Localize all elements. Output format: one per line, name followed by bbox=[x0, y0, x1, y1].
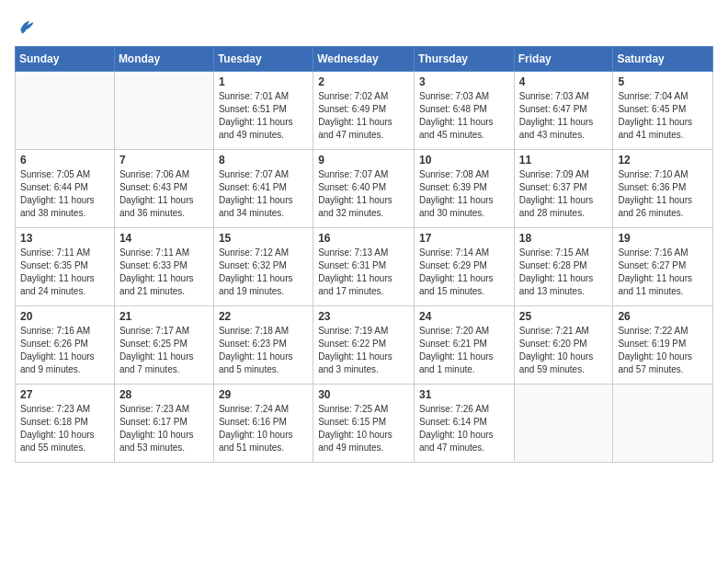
day-info: Sunrise: 7:11 AMSunset: 6:35 PMDaylight:… bbox=[20, 247, 109, 298]
week-row-1: 1Sunrise: 7:01 AMSunset: 6:51 PMDaylight… bbox=[16, 72, 713, 150]
day-number: 25 bbox=[519, 310, 609, 323]
day-info: Sunrise: 7:01 AMSunset: 6:51 PMDaylight:… bbox=[219, 90, 308, 142]
day-number: 20 bbox=[20, 310, 109, 323]
calendar-cell: 24Sunrise: 7:20 AMSunset: 6:21 PMDayligh… bbox=[414, 306, 514, 385]
week-row-5: 27Sunrise: 7:23 AMSunset: 6:18 PMDayligh… bbox=[16, 385, 713, 463]
day-info: Sunrise: 7:11 AMSunset: 6:33 PMDaylight:… bbox=[119, 247, 209, 298]
weekday-header-sunday: Sunday bbox=[16, 47, 115, 72]
day-info: Sunrise: 7:03 AMSunset: 6:48 PMDaylight:… bbox=[419, 90, 509, 142]
day-number: 31 bbox=[419, 388, 509, 401]
weekday-header-saturday: Saturday bbox=[613, 47, 713, 72]
calendar-cell: 29Sunrise: 7:24 AMSunset: 6:16 PMDayligh… bbox=[213, 385, 313, 463]
day-number: 21 bbox=[119, 310, 209, 323]
calendar-cell: 5Sunrise: 7:04 AMSunset: 6:45 PMDaylight… bbox=[613, 72, 713, 150]
calendar-cell: 12Sunrise: 7:10 AMSunset: 6:36 PMDayligh… bbox=[613, 150, 713, 228]
week-row-2: 6Sunrise: 7:05 AMSunset: 6:44 PMDaylight… bbox=[16, 150, 713, 228]
logo bbox=[15, 15, 40, 37]
day-info: Sunrise: 7:18 AMSunset: 6:23 PMDaylight:… bbox=[219, 325, 308, 376]
day-info: Sunrise: 7:16 AMSunset: 6:27 PMDaylight:… bbox=[618, 247, 708, 298]
day-info: Sunrise: 7:08 AMSunset: 6:39 PMDaylight:… bbox=[419, 168, 509, 220]
weekday-header-thursday: Thursday bbox=[414, 47, 514, 72]
day-info: Sunrise: 7:15 AMSunset: 6:28 PMDaylight:… bbox=[519, 247, 609, 298]
day-number: 19 bbox=[618, 232, 708, 245]
calendar-cell bbox=[514, 385, 613, 463]
day-number: 1 bbox=[219, 75, 308, 88]
calendar-cell: 3Sunrise: 7:03 AMSunset: 6:48 PMDaylight… bbox=[414, 72, 514, 150]
day-info: Sunrise: 7:03 AMSunset: 6:47 PMDaylight:… bbox=[519, 90, 609, 142]
day-info: Sunrise: 7:12 AMSunset: 6:32 PMDaylight:… bbox=[219, 247, 308, 298]
day-number: 26 bbox=[618, 310, 708, 323]
day-number: 8 bbox=[219, 154, 308, 167]
day-info: Sunrise: 7:13 AMSunset: 6:31 PMDaylight:… bbox=[318, 247, 409, 298]
weekday-header-tuesday: Tuesday bbox=[213, 47, 313, 72]
day-info: Sunrise: 7:26 AMSunset: 6:14 PMDaylight:… bbox=[419, 403, 509, 454]
calendar-cell: 19Sunrise: 7:16 AMSunset: 6:27 PMDayligh… bbox=[613, 228, 713, 306]
day-number: 18 bbox=[519, 232, 609, 245]
calendar-cell: 30Sunrise: 7:25 AMSunset: 6:15 PMDayligh… bbox=[313, 385, 415, 463]
weekday-header-friday: Friday bbox=[514, 47, 613, 72]
day-info: Sunrise: 7:20 AMSunset: 6:21 PMDaylight:… bbox=[419, 325, 509, 376]
day-number: 24 bbox=[419, 310, 509, 323]
day-info: Sunrise: 7:14 AMSunset: 6:29 PMDaylight:… bbox=[419, 247, 509, 298]
day-number: 4 bbox=[519, 75, 609, 88]
calendar-cell: 15Sunrise: 7:12 AMSunset: 6:32 PMDayligh… bbox=[213, 228, 313, 306]
day-info: Sunrise: 7:19 AMSunset: 6:22 PMDaylight:… bbox=[318, 325, 409, 376]
day-number: 22 bbox=[219, 310, 308, 323]
day-info: Sunrise: 7:07 AMSunset: 6:40 PMDaylight:… bbox=[318, 168, 409, 220]
day-info: Sunrise: 7:05 AMSunset: 6:44 PMDaylight:… bbox=[20, 168, 109, 220]
calendar-cell: 11Sunrise: 7:09 AMSunset: 6:37 PMDayligh… bbox=[514, 150, 613, 228]
day-number: 3 bbox=[419, 75, 509, 88]
calendar-cell bbox=[16, 72, 115, 150]
calendar-cell: 4Sunrise: 7:03 AMSunset: 6:47 PMDaylight… bbox=[514, 72, 613, 150]
weekday-header-wednesday: Wednesday bbox=[313, 47, 415, 72]
day-number: 29 bbox=[219, 388, 308, 401]
day-number: 15 bbox=[219, 232, 308, 245]
calendar-cell: 7Sunrise: 7:06 AMSunset: 6:43 PMDaylight… bbox=[114, 150, 213, 228]
calendar-cell: 13Sunrise: 7:11 AMSunset: 6:35 PMDayligh… bbox=[16, 228, 115, 306]
day-info: Sunrise: 7:09 AMSunset: 6:37 PMDaylight:… bbox=[519, 168, 609, 220]
calendar-cell: 2Sunrise: 7:02 AMSunset: 6:49 PMDaylight… bbox=[313, 72, 415, 150]
calendar-cell: 6Sunrise: 7:05 AMSunset: 6:44 PMDaylight… bbox=[16, 150, 115, 228]
calendar-cell: 16Sunrise: 7:13 AMSunset: 6:31 PMDayligh… bbox=[313, 228, 415, 306]
calendar-cell: 17Sunrise: 7:14 AMSunset: 6:29 PMDayligh… bbox=[414, 228, 514, 306]
page-header bbox=[15, 15, 713, 37]
day-number: 5 bbox=[618, 75, 708, 88]
calendar-cell: 27Sunrise: 7:23 AMSunset: 6:18 PMDayligh… bbox=[16, 385, 115, 463]
day-info: Sunrise: 7:02 AMSunset: 6:49 PMDaylight:… bbox=[318, 90, 409, 142]
day-info: Sunrise: 7:07 AMSunset: 6:41 PMDaylight:… bbox=[219, 168, 308, 220]
day-number: 17 bbox=[419, 232, 509, 245]
calendar-cell: 23Sunrise: 7:19 AMSunset: 6:22 PMDayligh… bbox=[313, 306, 415, 385]
day-info: Sunrise: 7:25 AMSunset: 6:15 PMDaylight:… bbox=[318, 403, 409, 454]
calendar-cell bbox=[114, 72, 213, 150]
day-info: Sunrise: 7:04 AMSunset: 6:45 PMDaylight:… bbox=[618, 90, 708, 142]
day-number: 10 bbox=[419, 154, 509, 167]
calendar-cell: 8Sunrise: 7:07 AMSunset: 6:41 PMDaylight… bbox=[213, 150, 313, 228]
day-number: 6 bbox=[20, 154, 109, 167]
calendar-cell: 14Sunrise: 7:11 AMSunset: 6:33 PMDayligh… bbox=[114, 228, 213, 306]
calendar-cell: 31Sunrise: 7:26 AMSunset: 6:14 PMDayligh… bbox=[414, 385, 514, 463]
day-info: Sunrise: 7:24 AMSunset: 6:16 PMDaylight:… bbox=[219, 403, 308, 454]
day-info: Sunrise: 7:21 AMSunset: 6:20 PMDaylight:… bbox=[519, 325, 609, 376]
weekday-header-row: SundayMondayTuesdayWednesdayThursdayFrid… bbox=[16, 47, 713, 72]
week-row-3: 13Sunrise: 7:11 AMSunset: 6:35 PMDayligh… bbox=[16, 228, 713, 306]
day-info: Sunrise: 7:23 AMSunset: 6:17 PMDaylight:… bbox=[119, 403, 209, 454]
calendar-cell: 9Sunrise: 7:07 AMSunset: 6:40 PMDaylight… bbox=[313, 150, 415, 228]
calendar-table: SundayMondayTuesdayWednesdayThursdayFrid… bbox=[15, 46, 713, 463]
calendar-cell: 1Sunrise: 7:01 AMSunset: 6:51 PMDaylight… bbox=[213, 72, 313, 150]
calendar-cell: 28Sunrise: 7:23 AMSunset: 6:17 PMDayligh… bbox=[114, 385, 213, 463]
logo-bird-icon bbox=[15, 15, 37, 37]
day-number: 27 bbox=[20, 388, 109, 401]
calendar-cell: 22Sunrise: 7:18 AMSunset: 6:23 PMDayligh… bbox=[213, 306, 313, 385]
day-info: Sunrise: 7:10 AMSunset: 6:36 PMDaylight:… bbox=[618, 168, 708, 220]
weekday-header-monday: Monday bbox=[114, 47, 213, 72]
day-number: 11 bbox=[519, 154, 609, 167]
day-number: 23 bbox=[318, 310, 409, 323]
day-number: 30 bbox=[318, 388, 409, 401]
calendar-cell: 26Sunrise: 7:22 AMSunset: 6:19 PMDayligh… bbox=[613, 306, 713, 385]
day-number: 13 bbox=[20, 232, 109, 245]
day-info: Sunrise: 7:06 AMSunset: 6:43 PMDaylight:… bbox=[119, 168, 209, 220]
day-number: 14 bbox=[119, 232, 209, 245]
day-number: 9 bbox=[318, 154, 409, 167]
calendar-cell: 20Sunrise: 7:16 AMSunset: 6:26 PMDayligh… bbox=[16, 306, 115, 385]
day-number: 12 bbox=[618, 154, 708, 167]
